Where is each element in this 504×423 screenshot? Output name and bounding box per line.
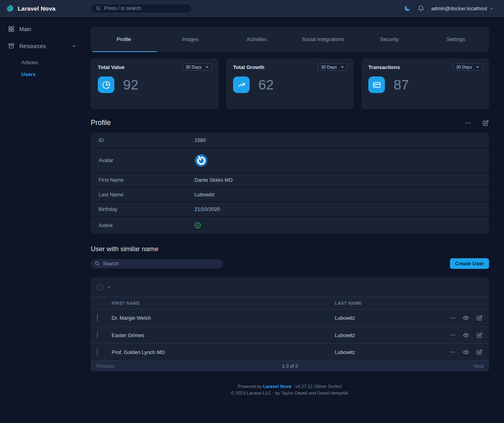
chevron-down-icon (72, 44, 91, 48)
sidebar-item-users[interactable]: Users (21, 71, 91, 77)
cell-last-name: Lubowitz (335, 332, 437, 338)
trending-up-icon (233, 76, 250, 93)
row-edit-pencil-icon[interactable] (476, 315, 483, 321)
main-content: Profile Images Activities Social Integra… (91, 17, 504, 404)
theme-toggle-moon-icon[interactable] (404, 5, 411, 12)
sidebar-item-main[interactable]: Main (8, 26, 91, 32)
tab-activities[interactable]: Activities (224, 27, 290, 52)
sidebar: Main Resources Articles Users (0, 17, 91, 404)
tab-settings[interactable]: Settings (423, 27, 489, 52)
field-label: First Name (99, 177, 194, 183)
chevron-down-icon[interactable] (107, 285, 111, 289)
avatar[interactable] (194, 154, 208, 167)
pagination-summary: 1-3 of 3 (282, 363, 298, 369)
metric-card-total-value: Total Value 30 Days 92 (91, 58, 218, 109)
profile-detail-panel: ID 1580 Avatar First (91, 132, 489, 233)
related-search[interactable] (91, 259, 223, 268)
version-text: · v4.27.12 (Silver Surfer) (291, 384, 342, 389)
grid-icon (8, 26, 15, 32)
tab-profile[interactable]: Profile (91, 27, 157, 52)
search-icon (95, 6, 101, 11)
page-footer: Powered by Laravel Nova · v4.27.12 (Silv… (91, 383, 489, 397)
range-select[interactable]: 30 Days (453, 63, 483, 71)
sidebar-item-resources[interactable]: Resources (8, 43, 91, 49)
row-view-eye-icon[interactable] (463, 315, 469, 321)
sidebar-main-label: Main (19, 26, 91, 32)
global-search[interactable] (91, 4, 192, 13)
row-more-ellipsis-icon[interactable] (450, 332, 456, 338)
field-value: Dante Skiles MD (194, 177, 233, 183)
brand[interactable]: Laravel Nova (0, 4, 91, 13)
range-select-value: 30 Days (456, 65, 472, 69)
detail-row-birthday: Birthday 21/10/2020 (91, 201, 489, 216)
copyright-text: © 2023 Laravel LLC · by Taylor Otwell an… (91, 390, 489, 397)
row-checkbox[interactable] (97, 331, 98, 339)
row-edit-pencil-icon[interactable] (476, 332, 483, 339)
pie-chart-icon (98, 76, 114, 93)
row-view-eye-icon[interactable] (463, 349, 469, 356)
row-checkbox[interactable] (97, 348, 98, 356)
sidebar-item-articles[interactable]: Articles (21, 60, 91, 65)
table-header-row: First Name Last Name (91, 297, 489, 309)
sidebar-resources-label: Resources (19, 43, 67, 49)
detail-tabs: Profile Images Activities Social Integra… (91, 27, 489, 52)
pagination-previous-button[interactable]: Previous (96, 363, 115, 369)
cell-last-name: Lubowitz (335, 349, 437, 355)
user-email: admin@docker.localhost (431, 6, 487, 11)
metric-card-transactions: Transactions 30 Days 87 (361, 58, 489, 109)
global-search-input[interactable] (104, 6, 179, 11)
range-select-value: 30 Days (321, 65, 337, 69)
field-label: ID (99, 137, 194, 143)
archive-box-icon (8, 43, 15, 49)
tab-security[interactable]: Security (356, 27, 422, 52)
tab-images[interactable]: Images (157, 27, 223, 52)
brand-title: Laravel Nova (18, 5, 56, 12)
row-more-ellipsis-icon[interactable] (450, 349, 456, 355)
more-actions-ellipsis-icon[interactable] (465, 119, 472, 127)
metric-value: 92 (123, 77, 138, 93)
chevron-down-icon (205, 65, 209, 69)
pagination-next-button[interactable]: Next (474, 363, 483, 369)
create-user-button[interactable]: Create User (450, 258, 489, 269)
row-edit-pencil-icon[interactable] (476, 349, 483, 356)
users-table: First Name Last Name Dr. Margie Welch Lu… (91, 278, 489, 371)
row-more-ellipsis-icon[interactable] (450, 315, 456, 321)
metric-value: 62 (258, 77, 274, 93)
column-header-last-name[interactable]: Last Name (335, 301, 437, 306)
cell-first-name: Easter Grimes (112, 332, 335, 338)
metric-value: 87 (394, 77, 409, 93)
detail-row-id: ID 1580 (91, 132, 489, 147)
cell-last-name: Lubowitz (335, 315, 437, 321)
credit-card-icon (368, 76, 385, 93)
range-select[interactable]: 30 Days (318, 63, 347, 71)
column-header-first-name[interactable]: First Name (112, 301, 335, 306)
chevron-down-icon (340, 65, 344, 69)
field-label: Active (99, 222, 194, 228)
field-value: Lubowitz (194, 192, 215, 198)
related-section-title: User with similar name (91, 245, 489, 253)
table-row[interactable]: Prof. Golden Lynch MD Lubowitz (91, 343, 489, 360)
check-circle-icon (194, 222, 201, 229)
range-select-value: 30 Days (186, 65, 202, 69)
user-menu[interactable]: admin@docker.localhost (431, 6, 494, 11)
field-value: 1580 (194, 137, 206, 143)
row-checkbox[interactable] (97, 314, 98, 322)
detail-row-active: Active (91, 216, 489, 233)
edit-pencil-icon[interactable] (482, 119, 489, 127)
metric-card-total-growth: Total Growth 30 Days 62 (226, 58, 354, 109)
notifications-bell-icon[interactable] (418, 5, 424, 12)
profile-section-title: Profile (91, 119, 111, 127)
search-icon (95, 261, 100, 266)
laravel-nova-link[interactable]: Laravel Nova (263, 384, 291, 389)
nova-swirl-logo-icon (6, 4, 14, 13)
table-row[interactable]: Dr. Margie Welch Lubowitz (91, 309, 489, 326)
related-search-input[interactable] (103, 261, 209, 266)
table-row[interactable]: Easter Grimes Lubowitz (91, 326, 489, 343)
row-view-eye-icon[interactable] (463, 332, 469, 339)
tab-social-integrations[interactable]: Social Integrations (290, 27, 356, 52)
range-select[interactable]: 30 Days (183, 63, 212, 71)
chevron-down-icon (489, 6, 494, 11)
select-all-checkbox[interactable] (97, 284, 103, 290)
detail-row-last-name: Last Name Lubowitz (91, 187, 489, 201)
field-label: Avatar (99, 157, 194, 163)
